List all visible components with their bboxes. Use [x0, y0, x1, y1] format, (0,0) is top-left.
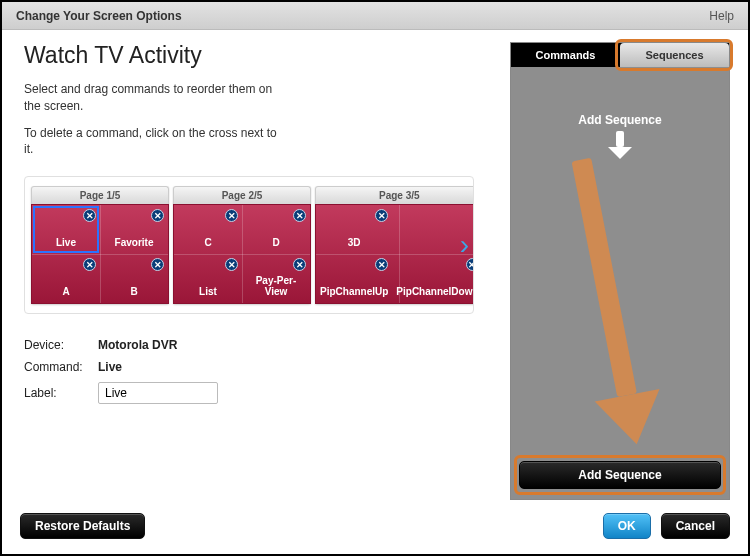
page-1-label: Page 1/5 [31, 186, 169, 204]
page-3-grid: ✕3D ✕PipChannelUp ✕PipChannelDown [315, 204, 474, 304]
page-1: Page 1/5 ✕Live ✕Favorite ✕A ✕B [31, 186, 169, 304]
close-icon[interactable]: ✕ [375, 258, 388, 271]
page-2: Page 2/5 ✕C ✕D ✕List ✕Pay-Per-View [173, 186, 311, 304]
command-detail: Device: Motorola DVR Command: Live Label… [24, 338, 498, 404]
close-icon[interactable]: ✕ [225, 209, 238, 222]
close-icon[interactable]: ✕ [151, 258, 164, 271]
add-sequence-button[interactable]: Add Sequence [519, 461, 721, 489]
page-2-grid: ✕C ✕D ✕List ✕Pay-Per-View [173, 204, 311, 304]
cmd-pipchannelup[interactable]: ✕PipChannelUp [316, 254, 392, 303]
page-3: Page 3/5 ✕3D ✕PipChannelUp ✕PipChannelDo… [315, 186, 474, 304]
right-panel: Commands Sequences Add Sequence Add Sequ… [510, 42, 730, 500]
page-2-label: Page 2/5 [173, 186, 311, 204]
restore-defaults-button[interactable]: Restore Defaults [20, 513, 145, 539]
cmd-b[interactable]: ✕B [100, 254, 168, 303]
tab-sequences[interactable]: Sequences [620, 43, 729, 67]
page-3-label: Page 3/5 [315, 186, 474, 204]
instruction-drag: Select and drag commands to reorder them… [24, 81, 284, 115]
add-sequence-hint: Add Sequence [511, 113, 729, 127]
close-icon[interactable]: ✕ [225, 258, 238, 271]
close-icon[interactable]: ✕ [375, 209, 388, 222]
close-icon[interactable]: ✕ [293, 258, 306, 271]
close-icon[interactable]: ✕ [293, 209, 306, 222]
cmd-3d[interactable]: ✕3D [316, 205, 392, 254]
command-label: Command: [24, 360, 98, 374]
help-link[interactable]: Help [709, 9, 734, 23]
cmd-c[interactable]: ✕C [174, 205, 242, 254]
page-1-grid: ✕Live ✕Favorite ✕A ✕B [31, 204, 169, 304]
cmd-a[interactable]: ✕A [32, 254, 100, 303]
close-icon[interactable]: ✕ [151, 209, 164, 222]
cmd-list[interactable]: ✕List [174, 254, 242, 303]
next-page-icon[interactable]: › [460, 231, 469, 259]
command-value: Live [98, 360, 122, 374]
device-label: Device: [24, 338, 98, 352]
pages-carousel[interactable]: Page 1/5 ✕Live ✕Favorite ✕A ✕B Page 2/5 … [24, 176, 474, 314]
ok-button[interactable]: OK [603, 513, 651, 539]
close-icon[interactable]: ✕ [83, 209, 96, 222]
left-pane: Watch TV Activity Select and drag comman… [24, 42, 510, 500]
cmd-payperview[interactable]: ✕Pay-Per-View [242, 254, 310, 303]
tab-strip: Commands Sequences [511, 43, 729, 67]
cmd-live[interactable]: ✕Live [32, 205, 100, 254]
close-icon[interactable]: ✕ [83, 258, 96, 271]
cmd-favorite[interactable]: ✕Favorite [100, 205, 168, 254]
label-label: Label: [24, 386, 98, 400]
annotation-arrow-icon [539, 151, 679, 452]
cmd-d[interactable]: ✕D [242, 205, 310, 254]
cancel-button[interactable]: Cancel [661, 513, 730, 539]
arrow-down-icon [608, 131, 632, 159]
sequences-body: Add Sequence [511, 67, 729, 461]
label-input[interactable] [98, 382, 218, 404]
device-value: Motorola DVR [98, 338, 177, 352]
instruction-delete: To delete a command, click on the cross … [24, 125, 284, 159]
cmd-pipchanneldown[interactable]: ✕PipChannelDown [392, 254, 474, 303]
footer-bar: Restore Defaults OK Cancel [2, 498, 748, 554]
tab-commands[interactable]: Commands [511, 43, 620, 67]
window-title: Change Your Screen Options [16, 9, 182, 23]
title-bar: Change Your Screen Options Help [2, 2, 748, 30]
page-heading: Watch TV Activity [24, 42, 498, 69]
content-area: Watch TV Activity Select and drag comman… [2, 30, 748, 506]
